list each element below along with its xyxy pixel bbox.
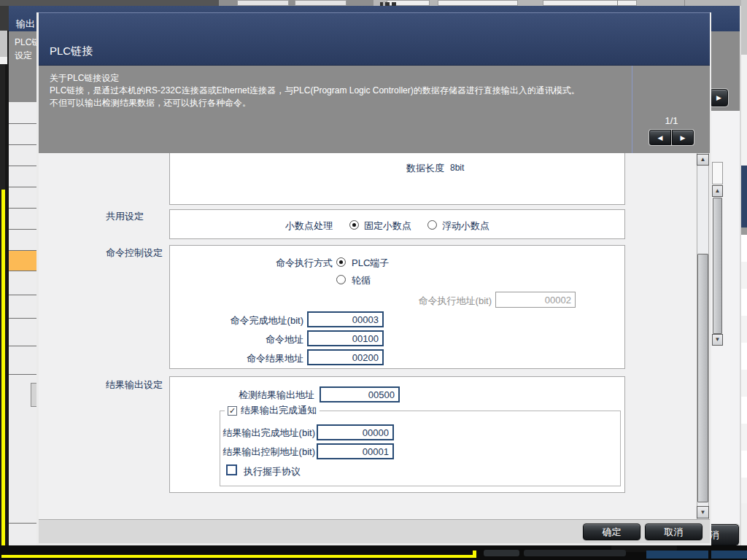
command-control-panel: 命令执行方式 PLC端子 轮循 命令执行地址(bit) 命令完成地址(bit) …	[169, 245, 625, 369]
bottom-strip	[0, 545, 747, 560]
bg-scrollbar-down-button[interactable]: ▼	[712, 334, 723, 346]
data-length-label: 数据长度	[406, 162, 444, 175]
notify-label: 结果输出完成通知	[241, 404, 317, 417]
yellow-highlight-bottom-edge	[1, 555, 476, 558]
description-line-3: 不但可以输出检测结果数据，还可以执行各种命令。	[50, 97, 251, 109]
option-floating-decimal-label: 浮动小数点	[442, 219, 489, 233]
yellow-highlight-left-edge	[1, 190, 5, 559]
cancel-button-label: 取消	[665, 526, 684, 539]
dialog-scrollbar-up-button[interactable]: ▲	[697, 154, 709, 166]
result-output-panel: 检测结果输出地址 ✓ 结果输出完成通知 结果输出完成地址(bit) 结果输出控制…	[169, 376, 625, 493]
scroll-down-icon: ▼	[715, 337, 721, 343]
ok-button[interactable]: 确定	[583, 524, 640, 540]
ok-button-label: 确定	[603, 526, 622, 539]
handshake-label: 执行握手协议	[244, 465, 301, 478]
bg-scrollbar-thumb[interactable]	[713, 198, 722, 334]
result-ctrl-addr-label: 结果输出控制地址(bit)	[200, 446, 315, 459]
section-label-result: 结果输出设定	[106, 378, 163, 392]
section-label-command: 命令控制设定	[106, 246, 163, 260]
cmd-result-addr-label: 命令结果地址	[198, 352, 303, 365]
bottom-bar-fragment	[484, 550, 519, 556]
data-length-value: 8bit	[450, 163, 464, 173]
dialog-border-bottom	[36, 543, 711, 545]
exec-addr-input[interactable]	[495, 292, 576, 308]
decimal-handling-label: 小数点处理	[285, 219, 333, 233]
cmd-addr-input[interactable]	[307, 330, 384, 346]
right-edge-selected-row	[741, 166, 747, 228]
scroll-down-icon: ▼	[700, 510, 706, 516]
yellow-highlight-corner	[473, 551, 476, 558]
dialog-pager: 1/1 ◀ ▶	[632, 66, 710, 153]
handshake-checkbox[interactable]	[226, 464, 237, 475]
scroll-up-icon: ▲	[700, 157, 706, 163]
radio-fixed-decimal[interactable]	[349, 220, 359, 230]
bottom-navy-bar	[711, 551, 747, 559]
sidebar-label-line2: 设定	[15, 50, 32, 62]
option-polling-label: 轮循	[352, 274, 371, 287]
bottom-bar-fragment	[524, 550, 626, 556]
dialog-scrollbar-down-button[interactable]: ▼	[697, 506, 709, 518]
toolbar-left-segment	[0, 0, 219, 6]
right-edge-gray-block	[741, 228, 747, 235]
edge-block-light	[0, 31, 7, 57]
radio-polling[interactable]	[336, 275, 346, 284]
radio-floating-decimal[interactable]	[427, 220, 437, 230]
check-icon: ✓	[229, 407, 236, 415]
output-pager-next-button[interactable]: ▶	[710, 89, 728, 106]
play-icon: ▶	[716, 94, 721, 101]
toolbar-button[interactable]	[543, 0, 637, 6]
section-label-common: 共用设定	[106, 210, 144, 223]
right-edge-bottom	[741, 503, 747, 545]
notify-checkbox[interactable]: ✓	[228, 406, 237, 416]
toolbar-divider	[684, 0, 685, 6]
edge-block-black	[0, 64, 5, 190]
cmd-addr-label: 命令地址	[198, 333, 303, 346]
description-line-1: 关于PLC链接设定	[50, 72, 119, 85]
scroll-up-icon: ▲	[715, 188, 721, 194]
result-output-addr-input[interactable]	[320, 386, 400, 402]
pager-prev-button[interactable]: ◀	[649, 130, 671, 145]
edge-block-dark	[0, 6, 9, 31]
description-line-2: PLC链接，是通过本机的RS-232C连接器或Ethernet连接器，与PLC(…	[50, 85, 580, 97]
cancel-button[interactable]: 取消	[645, 524, 703, 540]
result-ctrl-addr-input[interactable]	[317, 443, 394, 459]
page-indicator: 1/1	[632, 115, 711, 126]
result-done-addr-label: 结果输出完成地址(bit)	[200, 427, 315, 440]
dialog-title: PLC链接	[50, 44, 93, 58]
dialog-form-body: 数据长度 8bit 共用设定 小数点处理 固定小数点 浮动小数点 命令控制设定 …	[39, 153, 710, 519]
notify-legend: ✓ 结果输出完成通知	[225, 405, 320, 416]
right-edge-body	[741, 55, 747, 166]
toolbar-button[interactable]	[295, 0, 347, 6]
exec-addr-label: 命令执行地址(bit)	[404, 295, 492, 308]
top-toolbar	[0, 0, 747, 6]
right-edge-rows	[741, 235, 747, 503]
data-length-panel: 数据长度 8bit	[169, 153, 625, 205]
dialog-border-right	[710, 12, 711, 545]
option-fixed-decimal-label: 固定小数点	[364, 219, 411, 233]
pager-next-button[interactable]: ▶	[672, 130, 694, 145]
edge-block-white	[0, 57, 7, 64]
toolbar-button[interactable]	[438, 0, 518, 6]
dialog-titlebar: PLC链接	[39, 12, 710, 66]
result-done-addr-input[interactable]	[317, 424, 394, 440]
radio-plc-terminal[interactable]	[336, 257, 346, 267]
plc-link-dialog: PLC链接 关于PLC链接设定 PLC链接，是通过本机的RS-232C连接器或E…	[39, 12, 710, 543]
notify-groupbox: ✓ 结果输出完成通知 结果输出完成地址(bit) 结果输出控制地址(bit) 执…	[220, 411, 621, 486]
exec-mode-label: 命令执行方式	[276, 257, 333, 270]
output-window-title: 输出	[16, 18, 35, 31]
cmd-result-addr-input[interactable]	[307, 349, 384, 365]
toolbar-button[interactable]	[237, 0, 289, 6]
chevron-right-icon: ▶	[681, 134, 686, 141]
done-addr-label: 命令完成地址(bit)	[198, 314, 303, 327]
dialog-footer: 确定 取消	[39, 519, 710, 543]
common-settings-panel: 小数点处理 固定小数点 浮动小数点	[169, 209, 625, 239]
toolbar-divider	[617, 0, 618, 6]
result-output-addr-label: 检测结果输出地址	[198, 389, 314, 402]
right-edge-top	[741, 0, 747, 55]
bg-scrollbar-tracktop	[712, 162, 723, 184]
bg-scrollbar-up-button[interactable]: ▲	[712, 185, 723, 197]
dialog-scrollbar-thumb[interactable]	[697, 254, 708, 502]
done-addr-input[interactable]	[307, 311, 384, 327]
dialog-description: 关于PLC链接设定 PLC链接，是通过本机的RS-232C连接器或Etherne…	[39, 66, 632, 153]
chevron-left-icon: ◀	[658, 134, 663, 141]
